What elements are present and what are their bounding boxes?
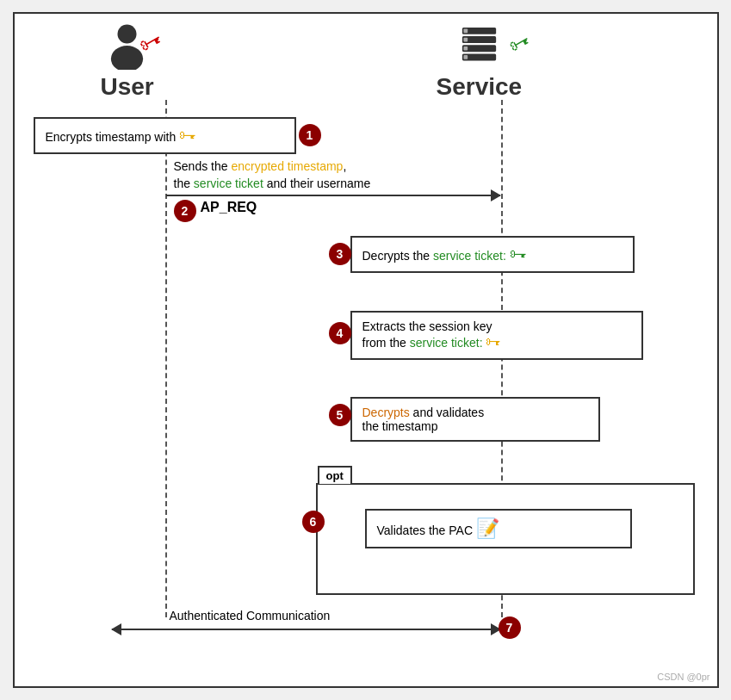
step4-service-ticket: service ticket: [410,336,483,350]
svg-rect-9 [463,55,468,59]
service-green-key-icon: 🗝 [504,28,534,59]
svg-rect-6 [463,28,468,33]
step1-number: 1 [299,124,321,146]
svg-point-0 [118,25,137,44]
step6-text: Validates the PAC [377,523,476,537]
step3-service-ticket: service ticket: [433,249,506,263]
step6-inner-box: Validates the PAC 📝 [365,509,632,548]
step7-text: Authenticated Communication [170,609,331,623]
step1-box: Encrypts timestamp with 🗝 [34,117,296,154]
step4-number: 4 [329,322,351,344]
step2-comma: , [343,159,346,173]
step6-opt-tab: opt [318,466,352,484]
step2-service-ticket: service ticket [194,177,263,190]
step1-text: Encrypts timestamp with [46,130,180,144]
step2-message: Sends the encrypted timestamp, the servi… [174,158,371,192]
step5-box: Decrypts and validates the timestamp [350,397,600,442]
svg-rect-7 [463,38,468,42]
step5-decrypts: Decrypts [362,406,410,419]
step7-left-arrowhead [111,623,121,635]
step1-yellow-key: 🗝 [179,126,196,145]
user-label: User [101,73,154,101]
step7-message: Authenticated Communication [170,608,331,625]
service-icon [455,22,503,70]
step4-text-from: from the [362,336,410,350]
step3-number: 3 [329,243,351,265]
step3-green-key: 🗝 [510,245,527,263]
step4-line1: Extracts the session key [362,319,492,333]
step3-text: Decrypts the [362,249,433,263]
actor-user: 🗝 User [101,22,154,101]
step2-label: AP_REQ [201,200,257,215]
step2-number: 2 [174,200,196,222]
step5-text1: and validates [410,406,484,419]
user-lifeline [165,100,167,617]
diagram-container: 🗝 User 🗝 Service Encrypts timestamp with [13,12,719,688]
step6-doc-icon: 📝 [476,517,499,539]
step5-text2: the timestamp [362,419,438,433]
step7-arrow-line [112,629,501,630]
step6-opt-container: opt Validates the PAC 📝 [316,483,695,595]
step2-text-end: and their username [263,177,371,190]
actor-service: 🗝 Service [437,22,523,101]
svg-rect-8 [463,46,468,51]
svg-point-1 [111,46,143,70]
step2-text-before1: Sends the [174,159,232,173]
service-label: Service [437,73,523,101]
step3-box: Decrypts the service ticket: 🗝 [350,236,635,273]
step4-yellow-key: 🗝 [486,333,501,350]
step5-number: 5 [329,404,351,426]
step2-text-the: the [174,177,194,190]
watermark: CSDN @0pr [657,672,709,682]
step2-arrow [166,195,500,196]
step7-number: 7 [499,616,521,639]
step4-box: Extracts the session key from the servic… [350,311,643,360]
step6-number: 6 [302,511,325,533]
step2-encrypted-timestamp: encrypted timestamp [231,159,343,173]
